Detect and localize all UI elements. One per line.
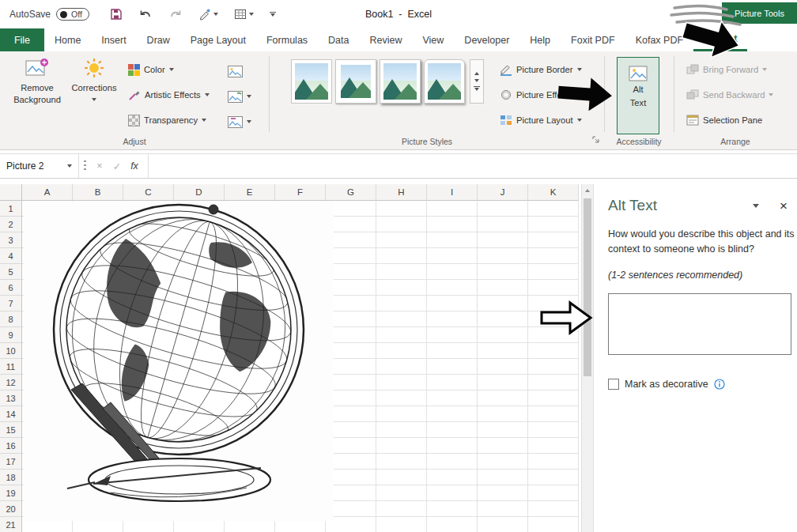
tab-kofax-pdf[interactable]: Kofax PDF xyxy=(625,28,693,51)
column-header-k[interactable]: K xyxy=(528,184,579,201)
name-box[interactable]: Picture 2 xyxy=(0,154,79,178)
document-title: Book1 - Excel xyxy=(365,0,432,28)
dropdown-icon xyxy=(205,93,210,96)
row-header[interactable]: 11 xyxy=(0,359,22,375)
row-header[interactable]: 7 xyxy=(0,296,22,311)
resize-handle[interactable] xyxy=(84,160,86,172)
tab-data[interactable]: Data xyxy=(318,28,359,51)
picture-styles-dialog-launcher[interactable] xyxy=(592,136,600,145)
cancel-button[interactable]: × xyxy=(91,160,108,172)
change-picture-button[interactable] xyxy=(228,88,251,105)
redo-button[interactable] xyxy=(168,8,183,21)
tab-draw[interactable]: Draw xyxy=(137,28,180,51)
row-header[interactable]: 17 xyxy=(0,454,22,470)
corrections-button[interactable]: Corrections xyxy=(71,58,117,101)
autosave-toggle[interactable]: Off xyxy=(56,8,89,21)
autosave-control[interactable]: AutoSave Off xyxy=(9,8,89,21)
undo-button[interactable] xyxy=(138,8,153,21)
column-header-c[interactable]: C xyxy=(123,184,174,201)
table-tool-button[interactable] xyxy=(234,8,254,21)
row-header[interactable]: 19 xyxy=(0,485,22,501)
scrollbar-thumb[interactable] xyxy=(584,198,591,376)
row-header[interactable]: 3 xyxy=(0,232,22,248)
row-header[interactable]: 8 xyxy=(0,311,22,327)
column-header-b[interactable]: B xyxy=(73,184,123,201)
column-header-f[interactable]: F xyxy=(275,184,326,201)
compress-picture-button[interactable] xyxy=(228,62,243,80)
column-header-g[interactable]: G xyxy=(326,184,376,201)
picture-layout-button[interactable]: Picture Layout xyxy=(500,111,582,129)
tab-foxit-pdf[interactable]: Foxit PDF xyxy=(561,28,625,51)
tab-format[interactable]: Format xyxy=(693,28,747,51)
info-icon[interactable] xyxy=(714,379,725,390)
row-header[interactable]: 2 xyxy=(0,217,22,232)
row-header[interactable]: 12 xyxy=(0,375,22,391)
enter-button[interactable]: ✓ xyxy=(108,160,126,172)
picture-style-3[interactable] xyxy=(380,59,421,104)
selection-pane-button[interactable]: Selection Pane xyxy=(686,111,762,129)
alt-text-button[interactable]: Alt Text xyxy=(617,57,659,134)
alt-text-input[interactable] xyxy=(608,293,791,355)
reset-picture-button[interactable] xyxy=(228,113,251,130)
picture-style-1[interactable] xyxy=(291,59,332,104)
insert-function-button[interactable]: fx xyxy=(126,160,143,172)
row-header[interactable]: 5 xyxy=(0,264,22,280)
tab-formulas[interactable]: Formulas xyxy=(256,28,318,51)
row-header[interactable]: 14 xyxy=(0,406,22,422)
row-header[interactable]: 21 xyxy=(0,517,22,532)
picture-styles-gallery-more-button[interactable] xyxy=(470,59,484,104)
picture-style-2[interactable] xyxy=(335,59,376,104)
tab-file[interactable]: File xyxy=(0,28,44,51)
picture-style-4[interactable] xyxy=(424,59,465,104)
bar-icon xyxy=(474,86,480,88)
scroll-up-button[interactable] xyxy=(582,184,593,197)
column-header-d[interactable]: D xyxy=(174,184,225,201)
column-header-j[interactable]: J xyxy=(478,184,528,201)
select-all-corner[interactable] xyxy=(0,184,22,201)
row-header[interactable]: 6 xyxy=(0,280,22,296)
row-header[interactable]: 13 xyxy=(0,391,22,406)
artistic-effects-button[interactable]: Artistic Effects xyxy=(128,86,210,104)
picture-border-button[interactable]: Picture Border xyxy=(500,61,582,78)
row-header[interactable]: 15 xyxy=(0,422,22,438)
picture-effects-button[interactable]: Picture Effects xyxy=(500,86,582,104)
row-header[interactable]: 9 xyxy=(0,327,22,343)
inking-button[interactable] xyxy=(198,8,218,21)
transparency-icon xyxy=(128,115,140,126)
mark-as-decorative-checkbox[interactable] xyxy=(608,379,619,390)
row-header[interactable]: 16 xyxy=(0,438,22,454)
row-header[interactable]: 4 xyxy=(0,248,22,264)
column-header-i[interactable]: I xyxy=(427,184,478,201)
row-header[interactable]: 1 xyxy=(0,201,22,217)
vertical-scrollbar[interactable] xyxy=(581,184,593,532)
more-styles-icon xyxy=(474,88,479,91)
column-header-a[interactable]: A xyxy=(22,184,73,201)
tab-home[interactable]: Home xyxy=(44,28,91,51)
corrections-label: Corrections xyxy=(71,82,116,94)
formula-input[interactable] xyxy=(148,154,797,178)
row-header[interactable]: 20 xyxy=(0,501,22,517)
column-header-e[interactable]: E xyxy=(225,184,275,201)
row-header[interactable]: 10 xyxy=(0,343,22,359)
row-header[interactable]: 18 xyxy=(0,470,22,485)
pane-close-button[interactable]: × xyxy=(780,199,788,213)
bring-forward-button[interactable]: Bring Forward xyxy=(686,61,767,78)
tab-insert[interactable]: Insert xyxy=(91,28,136,51)
color-button[interactable]: Color xyxy=(128,61,174,78)
customize-qat-button[interactable] xyxy=(270,12,276,17)
tab-developer[interactable]: Developer xyxy=(454,28,519,51)
transparency-button[interactable]: Transparency xyxy=(128,111,206,129)
globe-picture[interactable] xyxy=(24,202,334,521)
group-separator xyxy=(604,56,605,132)
tab-help[interactable]: Help xyxy=(519,28,561,51)
picture-effects-label: Picture Effects xyxy=(516,90,573,100)
remove-background-button[interactable]: Remove Background xyxy=(11,58,63,105)
tab-view[interactable]: View xyxy=(412,28,454,51)
save-button[interactable] xyxy=(110,8,123,21)
column-header-h[interactable]: H xyxy=(376,184,427,201)
send-backward-button[interactable]: Send Backward xyxy=(686,86,773,104)
tab-review[interactable]: Review xyxy=(359,28,412,51)
pane-options-chevron-icon[interactable] xyxy=(753,204,759,208)
tab-page-layout[interactable]: Page Layout xyxy=(180,28,256,51)
undo-icon xyxy=(138,8,153,21)
